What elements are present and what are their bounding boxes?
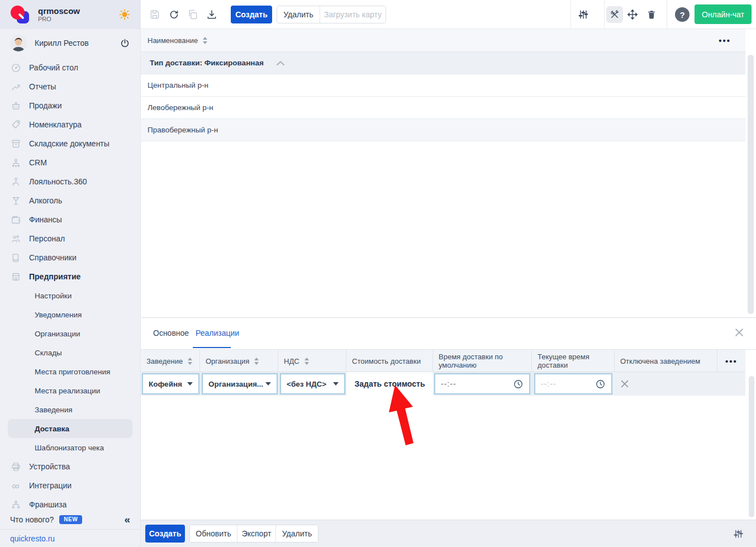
sidebar-item-dashboard[interactable]: Рабочий стол — [0, 58, 140, 77]
detail-tabs-bar: Основное Реализации — [141, 318, 756, 350]
logout-power-icon[interactable] — [120, 38, 130, 49]
sidebar-item-crm[interactable]: CRM — [0, 153, 140, 172]
table-row[interactable]: Левобережный р-н — [141, 97, 745, 119]
download-icon[interactable] — [206, 8, 218, 21]
sidebar-subitem-venues[interactable]: Заведения — [0, 400, 140, 419]
enterprise-icon — [10, 272, 21, 282]
detail-header-menu-icon[interactable]: ••• — [717, 350, 745, 372]
filters-icon[interactable] — [577, 8, 589, 21]
help-icon[interactable]: ? — [675, 7, 690, 22]
tab-main[interactable]: Основное — [153, 329, 189, 337]
sidebar-item-label: Рабочий стол — [29, 63, 78, 72]
sidebar-item-finance[interactable]: Финансы — [0, 210, 140, 229]
main-scrollbar[interactable] — [748, 55, 754, 314]
default-delivery-time-input[interactable]: --:-- — [434, 373, 530, 394]
sidebar-item-sales[interactable]: Продажи — [0, 96, 140, 115]
sidebar-item-label: CRM — [29, 158, 47, 167]
sidebar-item-integrations[interactable]: ∞ Интеграции — [0, 476, 140, 495]
list-header-menu-icon[interactable]: ••• — [719, 36, 731, 45]
sort-icon[interactable] — [203, 37, 207, 44]
table-row[interactable]: Правобережный р-н — [141, 119, 745, 141]
sidebar-item-directories[interactable]: Справочники — [0, 248, 140, 267]
integrations-icon: ∞ — [10, 481, 21, 491]
sidebar-subitem-delivery[interactable]: Доставка — [8, 419, 132, 438]
clock-icon[interactable] — [595, 379, 606, 389]
close-icon[interactable] — [734, 327, 745, 338]
sidebar-item-devices[interactable]: Устройства — [0, 457, 140, 476]
sidebar-item-reports[interactable]: Отчеты — [0, 77, 140, 96]
sidebar-item-alcohol[interactable]: Алкоголь — [0, 191, 140, 210]
detail-refresh-button[interactable]: Обновить — [190, 525, 237, 542]
sidebar-item-nomenclature[interactable]: Номенклатура — [0, 115, 140, 134]
divider — [604, 0, 605, 28]
venue-select[interactable]: Кофейня — [142, 373, 199, 394]
move-icon[interactable] — [626, 8, 639, 21]
sidebar-item-loyalty[interactable]: Лояльность.360 — [0, 172, 140, 191]
theme-sun-icon[interactable] — [118, 8, 131, 21]
detail-export-button[interactable]: Экспорт — [237, 525, 275, 542]
col-header-vat[interactable]: НДС — [278, 350, 346, 372]
col-header-venue[interactable]: Заведение — [141, 350, 200, 372]
detail-delete-button[interactable]: Удалить — [275, 525, 318, 542]
tab-realizations[interactable]: Реализации — [196, 329, 239, 337]
list-header-row: Наименование ••• — [141, 29, 745, 52]
quickresto-link[interactable]: quickresto.ru — [10, 534, 55, 543]
sidebar-item-label: Лояльность.360 — [29, 177, 87, 186]
sidebar-subitem-settings[interactable]: Настройки — [0, 286, 140, 305]
tools-icon[interactable] — [606, 6, 623, 23]
load-map-button[interactable]: Загрузить карту — [320, 6, 386, 23]
detail-scrollbar[interactable] — [749, 376, 754, 517]
sidebar-subitem-notifications[interactable]: Уведомления — [0, 305, 140, 324]
refresh-icon[interactable] — [168, 8, 180, 21]
vat-select[interactable]: <без НДС> — [280, 373, 345, 394]
sidebar-subitem-receipt-template[interactable]: Шаблонизатор чека — [0, 438, 140, 457]
save-icon[interactable] — [149, 8, 161, 21]
col-header-disabled-by-venue[interactable]: Отключена заведением — [615, 350, 717, 372]
create-button[interactable]: Создать — [231, 6, 272, 23]
avatar[interactable] — [10, 35, 27, 51]
current-delivery-time-input[interactable]: --:-- — [534, 373, 612, 394]
delivery-type-group-row[interactable]: Тип доставки: Фиксированная — [141, 52, 745, 74]
sidebar-item-enterprise[interactable]: Предприятие — [0, 267, 140, 286]
col-header-current-time[interactable]: Текущее время доставки — [532, 350, 615, 372]
col-header-organization[interactable]: Организация — [200, 350, 278, 372]
collapse-sidebar-icon[interactable]: « — [124, 514, 130, 525]
user-name: Кирилл Рестов — [35, 39, 89, 47]
sidebar-subitem-warehouses[interactable]: Склады — [0, 343, 140, 362]
copy-icon[interactable] — [187, 8, 199, 21]
divider — [667, 0, 667, 28]
trash-icon[interactable] — [645, 8, 658, 21]
chevron-down-icon — [265, 382, 271, 386]
col-header-delivery-cost[interactable]: Стоимость доставки — [346, 350, 433, 372]
sort-icon[interactable] — [305, 358, 309, 365]
sidebar-item-staff[interactable]: Персонал — [0, 229, 140, 248]
sidebar-item-label: Франшиза — [29, 500, 66, 509]
sidebar-subitem-prep-places[interactable]: Места приготовления — [0, 362, 140, 381]
col-header-default-time[interactable]: Время доставки по умолчанию — [433, 350, 532, 372]
franchise-icon — [10, 500, 21, 510]
book-icon — [10, 253, 21, 263]
logo-area: qrmoscow PRO — [0, 0, 141, 29]
detail-create-button[interactable]: Создать — [145, 525, 185, 543]
organization-select[interactable]: Организация... — [202, 373, 278, 394]
remove-row-icon[interactable] — [620, 379, 630, 389]
online-chat-button[interactable]: Онлайн-чат — [695, 4, 752, 24]
sidebar-item-label: Отчеты — [29, 82, 56, 91]
detail-filters-icon[interactable] — [733, 529, 744, 539]
detail-panel: Основное Реализации Заведение Организаци… — [141, 317, 756, 547]
sidebar-item-warehouse-docs[interactable]: Складские документы — [0, 134, 140, 153]
detail-action-bar: Создать Обновить Экспорт Удалить — [141, 520, 756, 547]
whats-new-link[interactable]: Что нового? — [10, 515, 54, 524]
name-column-header[interactable]: Наименование — [148, 36, 198, 45]
delete-button[interactable]: Удалить — [277, 6, 320, 23]
sort-icon[interactable] — [254, 358, 259, 365]
sidebar-subitem-organizations[interactable]: Организации — [0, 324, 140, 343]
sidebar-item-label: Алкоголь — [29, 196, 62, 205]
set-cost-button[interactable]: Задать стоимость — [346, 372, 433, 396]
table-row[interactable]: Центральный р-н — [141, 74, 745, 97]
sidebar-subitem-sale-places[interactable]: Места реализации — [0, 381, 140, 400]
sidebar-item-label: Справочники — [29, 253, 77, 262]
chevron-up-icon[interactable] — [276, 60, 285, 66]
clock-icon[interactable] — [513, 379, 524, 389]
sort-icon[interactable] — [188, 358, 192, 365]
